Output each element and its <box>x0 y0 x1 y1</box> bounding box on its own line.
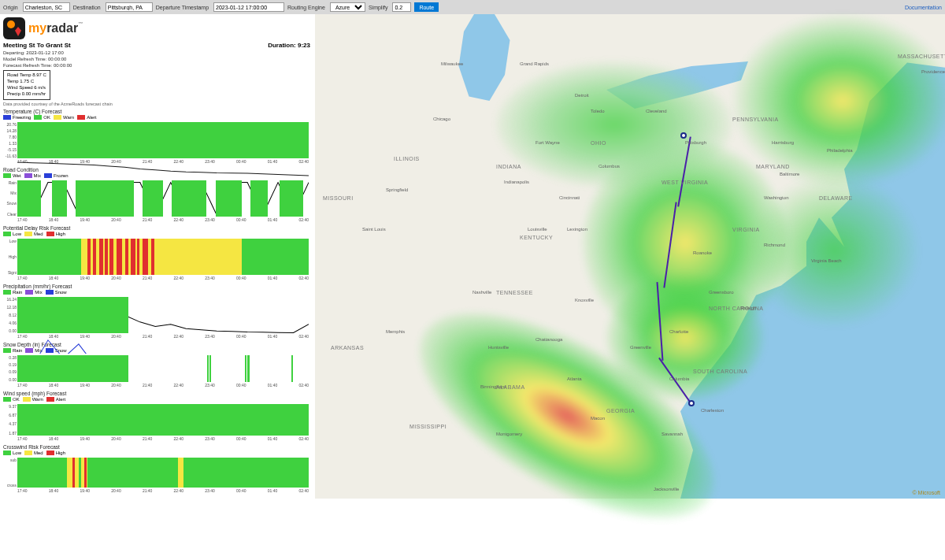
data-footnote: Data provided courtsey of the AcmeRoads … <box>3 102 310 106</box>
state-label: GEORGIA <box>606 408 635 414</box>
radar-blob <box>496 61 732 187</box>
city-label: Huntsville <box>488 345 509 350</box>
myradar-icon <box>3 17 25 39</box>
city-label: Harrisburg <box>772 140 794 145</box>
state-label: OHIO <box>591 140 606 146</box>
city-label: Greensboro <box>709 290 734 295</box>
temp-title: Temperature (C) Forecast <box>3 109 310 114</box>
city-label: Pittsburgh <box>685 140 706 145</box>
cond-row: Precip 0.00 mm/hr <box>7 91 46 98</box>
map-credit: © Microsoft <box>913 490 941 495</box>
cond-row: Road Temp 8.97 C <box>7 72 46 79</box>
city-label: Macon <box>591 416 605 421</box>
trip-departing: Departing: 2023-01-12 17:00 <box>3 50 310 57</box>
wind-section: Wind speed (mph) Forecast OKWarnAlert 9.… <box>3 391 310 442</box>
state-label: KENTUCKY <box>520 235 553 240</box>
city-label: Providence <box>921 69 945 74</box>
destination-label: Destination <box>73 5 101 10</box>
legend-item: High <box>46 232 65 236</box>
forecast-panel: myradar™ Meeting St To Grant St Duration… <box>0 14 315 499</box>
city-label: Fort Wayne <box>536 140 560 145</box>
city-label: Indianapolis <box>504 180 529 184</box>
marker-origin[interactable] <box>688 400 695 406</box>
delay-legend: LowMedHigh <box>3 232 310 236</box>
city-label: Washington <box>764 195 788 200</box>
city-label: Cincinnati <box>559 195 580 200</box>
legend-item: Med <box>24 451 43 455</box>
map[interactable]: ILLINOISINDIANAOHIOWEST VIRGINIAVIRGINIA… <box>315 14 945 499</box>
trip-duration: Duration: 9:23 <box>268 42 310 49</box>
radar-blob <box>606 274 764 400</box>
legend-item: Mix <box>25 290 42 295</box>
origin-input[interactable] <box>23 2 70 12</box>
wind-title: Wind speed (mph) Forecast <box>3 391 310 396</box>
city-label: Charleston <box>701 408 724 413</box>
legend-item: Low <box>3 232 21 236</box>
city-label: Savannah <box>662 432 683 436</box>
state-label: ILLINOIS <box>394 156 420 161</box>
city-label: Columbia <box>669 376 689 381</box>
radar-blob <box>732 14 945 187</box>
crosswind-section: Crosswind Risk Forecast LowMedHigh subcr… <box>3 444 310 494</box>
state-label: INDIANA <box>496 164 521 169</box>
wind-chart[interactable]: 9.376.874.371.87 17:4018:4019:4020:4021:… <box>3 402 310 442</box>
documentation-link[interactable]: Documentation <box>905 5 942 10</box>
legend-item: Warn <box>23 397 43 402</box>
trip-fcst-refresh: Forecast Refresh Time: 00:00:00 <box>3 63 310 69</box>
crosswind-chart[interactable]: subcross 17:4018:4019:4020:4021:4022:402… <box>3 456 310 494</box>
wind-legend: OKWarnAlert <box>3 397 310 402</box>
snow-chart[interactable]: 0.280.190.090.00 17:4018:4019:4020:4021:… <box>3 354 310 388</box>
simplify-input[interactable] <box>392 2 411 12</box>
departure-label: Departure Timestamp <box>156 5 209 10</box>
cond-row: Temp 1.75 C <box>7 79 46 85</box>
legend-item: Rain <box>3 290 22 295</box>
city-label: Virginia Beach <box>811 258 842 263</box>
city-label: Charlotte <box>669 329 688 334</box>
state-label: MISSOURI <box>323 195 354 201</box>
temperature-section: Temperature (C) Forecast FreezingOKWarnA… <box>3 109 310 165</box>
city-label: Richmond <box>764 243 785 247</box>
legend-item: Med <box>24 232 43 236</box>
logo-tm: ™ <box>78 21 83 26</box>
state-label: WEST VIRGINIA <box>662 180 708 185</box>
state-label: MASSACHUSETTS <box>898 54 945 59</box>
city-label: Jacksonville <box>654 487 679 491</box>
legend-item: Alert <box>77 115 96 120</box>
legend-item: OK <box>3 397 20 402</box>
temperature-chart[interactable]: 20.7614.287.801.33-5.15-11.63 17:4018:40… <box>3 121 310 165</box>
engine-select[interactable]: Azure <box>330 2 365 12</box>
city-label: Greenville <box>630 345 651 350</box>
city-label: Memphis <box>386 329 405 334</box>
city-label: Raleigh <box>740 306 756 310</box>
cond-row: Wind Speed 6 m/s <box>7 85 46 91</box>
legend-item: Freezing <box>3 115 31 120</box>
route-button[interactable]: Route <box>414 2 439 12</box>
city-label: Grand Rapids <box>520 61 549 66</box>
city-label: Toledo <box>591 109 605 113</box>
precip-section: Precipitation (mm/hr) Forecast RainMixSn… <box>3 284 310 339</box>
legend-item: Warn <box>54 115 74 120</box>
precip-legend: RainMixSnow <box>3 290 310 295</box>
logo: myradar™ <box>3 17 310 39</box>
state-label: VIRGINIA <box>732 227 760 232</box>
city-label: Milwaukee <box>441 61 463 66</box>
marker-destination[interactable] <box>680 132 687 139</box>
trip-model-refresh: Model Refresh Time: 00:00:00 <box>3 57 310 63</box>
road-chart[interactable]: RainMixSnowClear 17:4018:4019:4020:4021:… <box>3 179 310 223</box>
current-conditions-box: Road Temp 8.97 C Temp 1.75 C Wind Speed … <box>3 70 50 99</box>
delay-title: Potential Delay Risk Forecast <box>3 225 310 231</box>
origin-label: Origin <box>3 5 18 10</box>
destination-input[interactable] <box>106 2 153 12</box>
city-label: Cleveland <box>646 109 667 113</box>
state-label: TENNESSEE <box>496 290 533 295</box>
engine-label: Routing Engine <box>287 5 325 10</box>
logo-my: my <box>28 21 46 35</box>
city-label: Birmingham <box>480 384 506 389</box>
city-label: Philadelphia <box>827 148 853 153</box>
precip-chart[interactable]: 16.2412.188.124.060.00 17:4018:4019:4020… <box>3 295 310 339</box>
city-label: Lexington <box>567 227 587 232</box>
departure-input[interactable] <box>213 2 284 12</box>
state-label: MARYLAND <box>756 164 790 169</box>
delay-chart[interactable]: LowHighSigni 17:4018:4019:4020:4021:4022… <box>3 237 310 281</box>
state-label: DELAWARE <box>819 195 853 201</box>
